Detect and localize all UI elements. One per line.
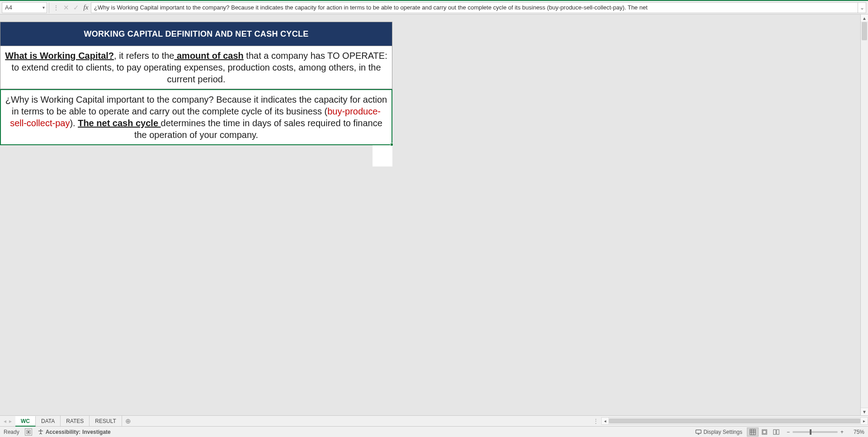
zoom-in-button[interactable]: + [840, 429, 844, 435]
expand-formula-bar-button[interactable]: ⌄ [858, 2, 866, 13]
status-ready: Ready [4, 429, 19, 435]
zoom-slider[interactable] [793, 431, 838, 433]
macro-record-icon[interactable] [25, 428, 32, 436]
status-right: Display Settings − + 75% [695, 428, 864, 437]
svg-rect-1 [28, 431, 29, 433]
importance-cell-selected[interactable]: ¿Why is Working Capital important to the… [0, 89, 392, 145]
display-settings-label: Display Settings [703, 429, 742, 435]
page-break-view-button[interactable] [770, 428, 782, 437]
title-text: WORKING CAPITAL DEFINITION AND NET CASH … [84, 29, 308, 39]
importance-p3: determines the time in days of sales req… [134, 118, 382, 140]
zoom-thumb[interactable] [810, 429, 811, 435]
tab-data[interactable]: DATA [36, 416, 61, 426]
display-settings-button[interactable]: Display Settings [695, 429, 742, 435]
sheet-area[interactable]: WORKING CAPITAL DEFINITION AND NET CASH … [0, 14, 860, 415]
horizontal-scrollbar[interactable]: ◂ ▸ [601, 416, 868, 426]
vscroll-thumb[interactable] [862, 22, 867, 40]
new-sheet-button[interactable]: ⊕ [122, 417, 135, 425]
tab-result[interactable]: RESULT [90, 416, 122, 426]
name-box-value: A4 [5, 4, 12, 11]
hscroll-thumb[interactable] [609, 418, 860, 423]
definition-amount: amount of cash [174, 51, 243, 61]
definition-mid1: , it refers to the [114, 51, 174, 61]
status-left: Ready Accessibility: Investigate [4, 428, 111, 436]
definition-lead: What is Working Capital? [5, 51, 114, 61]
formula-bar: A4 ▾ ⋮ ✕ ✓ fx ¿Why is Working Capital im… [0, 1, 868, 14]
formula-bar-options-icon[interactable]: ⋮ [51, 4, 61, 11]
importance-underline: The net cash cycle [78, 118, 160, 128]
zoom-out-button[interactable]: − [787, 429, 790, 435]
svg-rect-10 [763, 430, 766, 433]
content-block: WORKING CAPITAL DEFINITION AND NET CASH … [0, 22, 392, 145]
normal-view-button[interactable] [747, 428, 759, 437]
accessibility-icon [38, 429, 44, 435]
view-buttons [747, 428, 782, 437]
page-layout-view-button[interactable] [759, 428, 770, 437]
scroll-down-button[interactable]: ▼ [861, 408, 868, 415]
scroll-up-button[interactable]: ▲ [861, 14, 868, 22]
cancel-button[interactable]: ✕ [61, 2, 71, 13]
formula-input[interactable]: ¿Why is Working Capital important to the… [91, 2, 858, 13]
sheet-tabs-bar: ◂ ▸ WC DATA RATES RESULT ⊕ ⋮ ◂ ▸ [0, 415, 868, 426]
insert-function-button[interactable]: fx [81, 2, 91, 13]
tab-rates-label: RATES [66, 418, 84, 424]
title-cell[interactable]: WORKING CAPITAL DEFINITION AND NET CASH … [0, 22, 392, 46]
importance-p2: ). [70, 118, 78, 128]
fill-handle[interactable] [390, 143, 393, 146]
zoom-control: − + 75% [787, 429, 864, 435]
svg-rect-4 [750, 429, 755, 434]
formula-content: ¿Why is Working Capital important to the… [94, 4, 647, 11]
tab-data-label: DATA [41, 418, 55, 424]
tab-nav-prev-icon[interactable]: ◂ [4, 418, 6, 424]
svg-point-2 [40, 429, 41, 431]
tabs-split-handle[interactable]: ⋮ [590, 418, 601, 424]
svg-rect-12 [777, 429, 779, 434]
tab-rates[interactable]: RATES [61, 416, 90, 426]
accessibility-label: Accessibility: [46, 429, 80, 435]
name-box[interactable]: A4 ▾ [2, 2, 47, 13]
scroll-left-button[interactable]: ◂ [601, 417, 609, 425]
tab-nav: ◂ ▸ [0, 418, 15, 424]
hscroll-track[interactable] [609, 417, 860, 425]
status-bar: Ready Accessibility: Investigate Display… [0, 426, 868, 437]
svg-rect-11 [774, 429, 776, 434]
scroll-right-button[interactable]: ▸ [860, 417, 868, 425]
enter-button[interactable]: ✓ [71, 2, 81, 13]
vertical-scrollbar[interactable]: ▲ ▼ [860, 14, 868, 415]
separator [49, 2, 49, 13]
accessibility-value: Investigate [82, 429, 111, 435]
name-box-dropdown-icon[interactable]: ▾ [42, 5, 45, 10]
tab-wc[interactable]: WC [15, 416, 36, 427]
zoom-percent[interactable]: 75% [846, 429, 864, 435]
tab-result-label: RESULT [95, 418, 116, 424]
tab-nav-next-icon[interactable]: ▸ [9, 418, 12, 424]
svg-rect-3 [696, 430, 701, 433]
accessibility-status[interactable]: Accessibility: Investigate [38, 429, 111, 435]
vscroll-track[interactable] [861, 22, 868, 408]
workspace: WORKING CAPITAL DEFINITION AND NET CASH … [0, 14, 868, 415]
definition-cell[interactable]: What is Working Capital?, it refers to t… [0, 46, 392, 89]
tabs: WC DATA RATES RESULT [15, 416, 122, 426]
tab-wc-label: WC [21, 418, 30, 424]
display-settings-icon [695, 429, 702, 435]
